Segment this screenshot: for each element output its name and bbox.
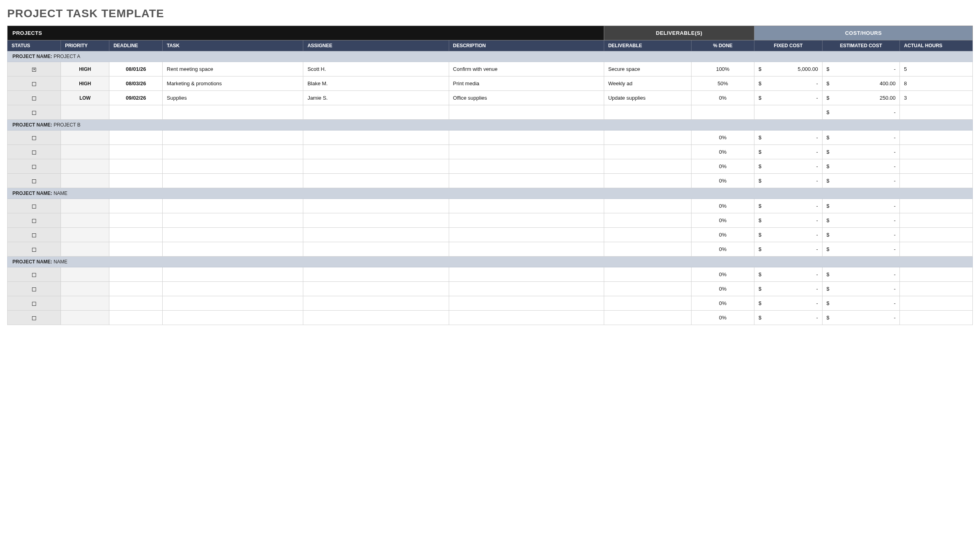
cell-assignee[interactable] [303,199,449,213]
cell-priority[interactable] [61,311,109,325]
cell-assignee[interactable] [303,213,449,228]
checkbox-unchecked-icon[interactable] [32,82,36,86]
cell-pct-done[interactable]: 0% [691,242,754,257]
cell-actual-hours[interactable] [900,242,973,257]
cell-description[interactable] [449,296,604,311]
cell-estimated-cost[interactable]: $- [822,282,900,296]
cell-priority[interactable] [61,145,109,159]
cell-actual-hours[interactable] [900,267,973,282]
cell-fixed-cost[interactable]: $- [754,267,822,282]
cell-pct-done[interactable]: 0% [691,228,754,242]
cell-actual-hours[interactable]: 8 [900,76,973,91]
cell-status[interactable] [8,105,61,120]
cell-priority[interactable]: HIGH [61,62,109,76]
cell-status[interactable] [8,311,61,325]
checkbox-unchecked-icon[interactable] [32,273,36,277]
cell-description[interactable] [449,213,604,228]
cell-assignee[interactable] [303,228,449,242]
cell-actual-hours[interactable] [900,145,973,159]
cell-priority[interactable] [61,105,109,120]
cell-status[interactable] [8,130,61,145]
cell-deadline[interactable] [109,267,163,282]
cell-priority[interactable]: LOW [61,91,109,105]
cell-priority[interactable] [61,267,109,282]
cell-pct-done[interactable]: 0% [691,199,754,213]
cell-estimated-cost[interactable]: $- [822,213,900,228]
checkbox-unchecked-icon[interactable] [32,151,36,155]
cell-estimated-cost[interactable]: $- [822,130,900,145]
cell-status[interactable] [8,91,61,105]
cell-assignee[interactable]: Blake M. [303,76,449,91]
cell-status[interactable] [8,145,61,159]
cell-fixed-cost[interactable]: $- [754,145,822,159]
cell-deliverable[interactable] [604,213,691,228]
cell-description[interactable] [449,242,604,257]
cell-fixed-cost[interactable]: $- [754,311,822,325]
cell-deadline[interactable] [109,311,163,325]
cell-description[interactable]: Print media [449,76,604,91]
cell-description[interactable] [449,130,604,145]
cell-task[interactable] [163,311,303,325]
cell-estimated-cost[interactable]: $- [822,242,900,257]
cell-assignee[interactable] [303,296,449,311]
cell-deliverable[interactable] [604,130,691,145]
cell-description[interactable] [449,311,604,325]
cell-pct-done[interactable]: 0% [691,130,754,145]
cell-assignee[interactable]: Scott H. [303,62,449,76]
cell-fixed-cost[interactable]: $- [754,228,822,242]
cell-estimated-cost[interactable]: $- [822,311,900,325]
cell-task[interactable] [163,228,303,242]
cell-deliverable[interactable] [604,282,691,296]
cell-pct-done[interactable]: 50% [691,76,754,91]
cell-task[interactable] [163,242,303,257]
cell-task[interactable] [163,213,303,228]
cell-task[interactable]: Rent meeting space [163,62,303,76]
cell-fixed-cost[interactable]: $- [754,174,822,188]
cell-deliverable[interactable] [604,159,691,174]
cell-pct-done[interactable]: 0% [691,174,754,188]
checkbox-unchecked-icon[interactable] [32,302,36,306]
cell-priority[interactable] [61,159,109,174]
cell-deliverable[interactable]: Weekly ad [604,76,691,91]
cell-status[interactable] [8,228,61,242]
cell-deliverable[interactable]: Update supplies [604,91,691,105]
cell-estimated-cost[interactable]: $- [822,296,900,311]
cell-deadline[interactable] [109,199,163,213]
cell-pct-done[interactable]: 0% [691,91,754,105]
cell-deadline[interactable] [109,105,163,120]
cell-status[interactable] [8,199,61,213]
cell-priority[interactable] [61,228,109,242]
cell-assignee[interactable]: Jamie S. [303,91,449,105]
cell-fixed-cost[interactable]: $- [754,91,822,105]
cell-pct-done[interactable]: 0% [691,145,754,159]
cell-priority[interactable]: HIGH [61,76,109,91]
cell-fixed-cost[interactable]: $- [754,76,822,91]
cell-estimated-cost[interactable]: $- [822,159,900,174]
cell-deadline[interactable] [109,130,163,145]
cell-assignee[interactable] [303,105,449,120]
cell-description[interactable] [449,267,604,282]
cell-actual-hours[interactable] [900,311,973,325]
cell-actual-hours[interactable] [900,159,973,174]
cell-deliverable[interactable] [604,199,691,213]
cell-deliverable[interactable] [604,311,691,325]
cell-fixed-cost[interactable]: $- [754,159,822,174]
cell-assignee[interactable] [303,130,449,145]
cell-priority[interactable] [61,174,109,188]
cell-deadline[interactable] [109,282,163,296]
cell-deadline[interactable] [109,228,163,242]
cell-actual-hours[interactable]: 5 [900,62,973,76]
checkbox-unchecked-icon[interactable] [32,205,36,209]
cell-task[interactable] [163,282,303,296]
cell-task[interactable] [163,267,303,282]
cell-status[interactable] [8,76,61,91]
cell-fixed-cost[interactable]: $5,000.00 [754,62,822,76]
cell-pct-done[interactable]: 0% [691,282,754,296]
cell-task[interactable] [163,130,303,145]
cell-priority[interactable] [61,296,109,311]
cell-fixed-cost[interactable] [754,105,822,120]
cell-actual-hours[interactable] [900,228,973,242]
cell-deliverable[interactable] [604,145,691,159]
cell-description[interactable] [449,174,604,188]
cell-deliverable[interactable]: Secure space [604,62,691,76]
